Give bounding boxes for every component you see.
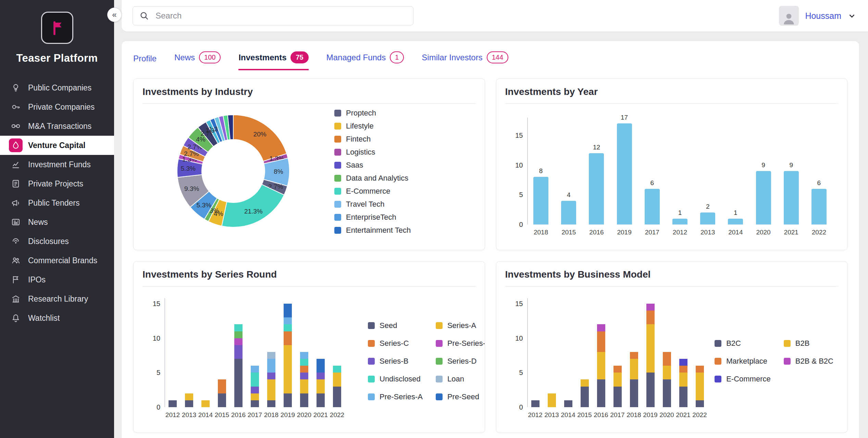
stack-segment [597, 352, 605, 380]
stack-segment [696, 366, 704, 373]
year-bar-chart: 0510158201842015122016172019620171201222… [505, 105, 839, 240]
stack-segment [613, 387, 622, 407]
legend-label: Loan [447, 375, 464, 384]
stack-segment [284, 304, 292, 317]
y-axis-line [527, 118, 528, 224]
stack-segment [646, 311, 655, 324]
tab-profile[interactable]: Profile [133, 54, 157, 70]
stack-segment [234, 324, 243, 331]
legend-label: Series-C [380, 339, 409, 348]
legend-item: E-Commerce [334, 187, 411, 196]
sidebar-item-label: Commercial Brands [28, 256, 97, 265]
tab-similar-investors[interactable]: Similar Investors 144 [422, 51, 508, 70]
legend-swatch [784, 340, 791, 347]
app-root: { "sidebar": { "title": "Teaser Platform… [0, 0, 868, 438]
sidebar-item-investment-funds[interactable]: Investment Funds [0, 155, 114, 174]
pie-segment-label: 5.3% [181, 165, 196, 172]
bar [617, 123, 632, 224]
legend-item: Seed [368, 321, 423, 330]
bar-value-label: 4 [567, 191, 571, 199]
bar-value-label: 12 [593, 144, 600, 151]
legend-item: Data and Analytics [334, 174, 411, 183]
sidebar-item-label: Watchlist [28, 314, 60, 323]
bar-value-label: 1 [734, 209, 737, 217]
x-axis-label: 2022 [692, 411, 707, 419]
sidebar-item-watchlist[interactable]: Watchlist [0, 308, 114, 328]
tab-news[interactable]: News 100 [174, 51, 221, 70]
legend-item: Saas [334, 161, 411, 170]
stack-segment [300, 393, 308, 407]
user-menu[interactable]: Houssam [779, 6, 856, 26]
legend-swatch [368, 393, 375, 400]
library-icon [9, 292, 23, 306]
x-axis-label: 2013 [544, 411, 559, 419]
legend-swatch [368, 358, 375, 365]
x-axis-label: 2020 [756, 229, 770, 236]
sidebar-item-public-companies[interactable]: Public Companies [0, 78, 114, 97]
sidebar-item-research-library[interactable]: Research Library [0, 289, 114, 308]
sidebar-item-ipos[interactable]: IPOs [0, 270, 114, 289]
legend-label: EnterpriseTech [346, 213, 396, 222]
sidebar-item-label: IPOs [28, 275, 46, 284]
card-title: Investments by Series Round [142, 269, 476, 280]
x-axis-label: 2015 [561, 229, 576, 236]
sidebar-item-label: Private Companies [28, 102, 95, 112]
sidebar-item-ma-transactions[interactable]: M&A Transactions [0, 117, 114, 136]
bar [811, 189, 827, 224]
card-title: Investments by Business Model [505, 269, 839, 280]
bar-value-label: 6 [650, 179, 654, 187]
x-axis-label: 2020 [297, 411, 311, 419]
legend-label: Data and Analytics [346, 174, 408, 183]
legend-swatch [368, 376, 375, 382]
legend-label: B2C [726, 339, 741, 348]
x-axis-label: 2012 [528, 411, 542, 419]
bar [672, 219, 687, 224]
legend-label: Proptech [346, 109, 376, 118]
tab-investments[interactable]: Investments 75 [238, 51, 308, 70]
x-axis-label: 2012 [165, 411, 180, 419]
legend-item: Lifestyle [334, 122, 411, 131]
legend-item: Fintech [334, 135, 411, 144]
sidebar-item-public-tenders[interactable]: Public Tenders [0, 193, 114, 212]
stack-segment [646, 324, 655, 373]
legend-swatch [784, 358, 791, 365]
legend-item: Pre-Series-A [368, 392, 423, 401]
y-tick-label: 15 [507, 132, 523, 139]
card-investments-by-series-round: Investments by Series Round 051015201220… [133, 261, 485, 433]
legend-swatch [368, 322, 375, 329]
legend-label: Pre-Series-B [447, 339, 485, 348]
chevron-down-icon [847, 11, 856, 20]
sidebar-collapse-button[interactable]: « [107, 8, 122, 22]
pie-segment-label: 8% [274, 168, 283, 175]
legend-swatch [368, 340, 375, 347]
sidebar-item-venture-capital[interactable]: Venture Capital [0, 136, 114, 155]
stack-segment [663, 366, 671, 379]
sidebar-item-news[interactable]: News [0, 212, 114, 232]
avatar [779, 6, 799, 26]
tab-count-badge: 1 [390, 51, 404, 63]
legend-swatch [334, 214, 341, 221]
legend-item: Series-A [436, 321, 485, 330]
stack-segment [333, 373, 341, 386]
sidebar-item-commercial-brands[interactable]: Commercial Brands [0, 251, 114, 270]
sidebar-item-private-projects[interactable]: Private Projects [0, 174, 114, 193]
search-input[interactable] [133, 6, 413, 25]
stack-segment [234, 345, 243, 359]
series-round-row: 0510152012201320142015201620172018201920… [142, 287, 476, 422]
app-logo[interactable] [41, 12, 73, 44]
legend-swatch [436, 393, 443, 400]
x-axis-label: 2018 [627, 411, 641, 419]
legend-swatch [334, 110, 341, 117]
tab-managed-funds[interactable]: Managed Funds 1 [326, 51, 404, 70]
legend-item: EnterpriseTech [334, 213, 411, 222]
legend-item: Marketplace [715, 357, 771, 366]
stack-segment [300, 379, 308, 393]
sidebar-item-private-companies[interactable]: Private Companies [0, 97, 114, 117]
legend-item: Series-B [368, 357, 423, 366]
legend-label: Seed [380, 321, 397, 330]
tab-bar: Profile News 100 Investments 75 Managed … [122, 41, 859, 70]
sidebar-item-disclosures[interactable]: Disclosures [0, 232, 114, 251]
search-icon [139, 11, 149, 21]
legend-item: Series-C [368, 339, 423, 348]
sidebar-item-label: Private Projects [28, 179, 83, 188]
